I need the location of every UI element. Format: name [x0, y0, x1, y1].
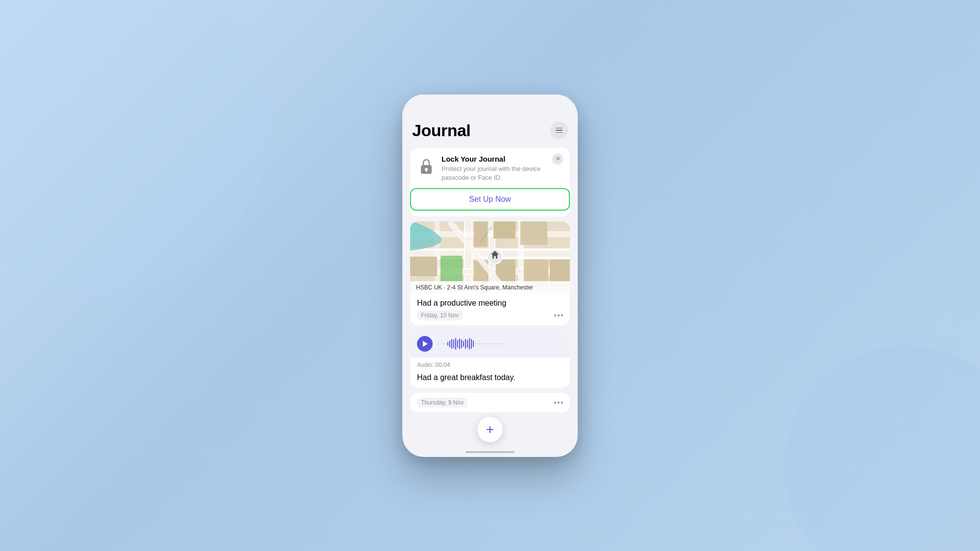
waveform-dot [475, 343, 476, 344]
plus-icon: + [486, 423, 494, 436]
play-icon [423, 341, 428, 347]
waveform-bar [465, 339, 466, 349]
svg-rect-19 [410, 257, 437, 276]
phone-frame: Journal Lo [402, 95, 578, 457]
third-entry-card: Thursday, 9 Nov [410, 393, 570, 412]
waveform-dot [500, 343, 501, 344]
third-entry-date: Thursday, 9 Nov [417, 398, 467, 407]
close-icon: ✕ [556, 156, 560, 162]
map-entry-title: Had a productive meeting [417, 299, 563, 308]
lock-card-desc: Protect your journal with the device pas… [441, 165, 546, 182]
play-button[interactable] [417, 336, 433, 352]
hamburger-icon [556, 128, 563, 133]
waveform-dot [496, 343, 497, 344]
lock-card: Lock Your Journal Protect your journal w… [410, 148, 570, 216]
waveform-dot [492, 343, 493, 344]
waveform-dot [498, 343, 499, 344]
waveform-bar [457, 340, 458, 348]
waveform-dot [485, 343, 486, 344]
waveform-dot [477, 343, 478, 344]
audio-player [410, 330, 570, 358]
waveform [438, 337, 563, 351]
svg-rect-18 [520, 221, 547, 245]
page-title: Journal [412, 121, 470, 140]
lock-card-header: Lock Your Journal Protect your journal w… [417, 155, 563, 182]
map-card-body: Had a productive meeting Friday, 10 Nov [410, 294, 570, 325]
close-button[interactable]: ✕ [552, 154, 563, 165]
waveform-dot [440, 343, 441, 344]
waveform-dot [487, 343, 488, 344]
waveform-bar [461, 339, 462, 348]
audio-card-body: Had a great breakfast today. [410, 372, 570, 388]
waveform-dot [438, 343, 439, 344]
third-entry-more-button[interactable] [554, 402, 563, 404]
header: Journal [402, 95, 578, 146]
svg-rect-15 [441, 256, 463, 283]
waveform-bar [473, 340, 474, 347]
waveform-dot [483, 343, 484, 344]
fab-area: + [477, 417, 503, 442]
set-up-now-button[interactable]: Set Up Now [410, 188, 570, 211]
waveform-dot [443, 343, 444, 344]
third-entry-footer: Thursday, 9 Nov [417, 398, 563, 407]
scroll-content: Lock Your Journal Protect your journal w… [402, 146, 578, 457]
waveform-dot [481, 343, 482, 344]
waveform-bar [463, 341, 464, 347]
lock-svg-icon [419, 158, 433, 175]
svg-rect-29 [494, 256, 496, 259]
waveform-bar [451, 339, 452, 349]
waveform-dot [441, 343, 442, 344]
lock-card-text: Lock Your Journal Protect your journal w… [441, 155, 546, 182]
map-entry-card: BARTON SQ HSBC UK · 2-4 St Ann's Square,… [410, 221, 570, 325]
waveform-bar [459, 338, 460, 349]
waveform-dot [494, 343, 495, 344]
waveform-bar [467, 340, 468, 348]
map-container: BARTON SQ HSBC UK · 2-4 St Ann's Square,… [410, 221, 570, 294]
waveform-bar [453, 339, 454, 348]
map-entry-more-button[interactable] [554, 314, 563, 316]
set-up-wrapper: Set Up Now [417, 188, 563, 216]
add-entry-fab[interactable]: + [477, 417, 503, 442]
map-entry-date: Friday, 10 Nov [417, 311, 463, 320]
audio-entry-title: Had a great breakfast today. [417, 373, 563, 382]
waveform-dot [479, 343, 480, 344]
svg-rect-17 [493, 221, 515, 239]
waveform-dot [489, 343, 490, 344]
svg-rect-2 [426, 169, 427, 172]
waveform-bar [455, 338, 456, 350]
waveform-dot [504, 343, 505, 344]
waveform-bar [447, 342, 448, 346]
audio-entry-card: Audio: 00:04 Had a great breakfast today… [410, 330, 570, 388]
lock-icon [417, 155, 436, 178]
waveform-dot [445, 343, 446, 344]
audio-label: Audio: 00:04 [410, 358, 570, 372]
waveform-dot [490, 343, 491, 344]
waveform-dot [502, 343, 503, 344]
lock-card-title: Lock Your Journal [441, 155, 546, 163]
map-entry-footer: Friday, 10 Nov [417, 311, 563, 320]
menu-button[interactable] [550, 121, 568, 139]
waveform-bar [469, 338, 470, 350]
map-location-label: HSBC UK · 2-4 St Ann's Square, Mancheste… [410, 281, 570, 294]
home-indicator [466, 451, 514, 453]
waveform-bar [449, 340, 450, 347]
waveform-bar [471, 339, 472, 349]
